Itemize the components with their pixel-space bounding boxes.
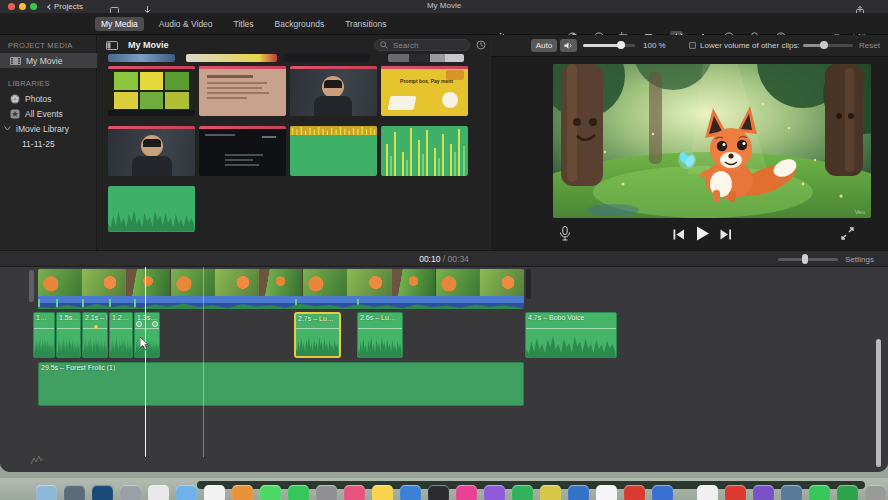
dock-app-icon[interactable] bbox=[596, 485, 617, 500]
video-frame-thumbnail[interactable] bbox=[215, 269, 259, 296]
media-thumbnail-document[interactable] bbox=[199, 66, 286, 116]
video-frame-thumbnail[interactable] bbox=[259, 269, 303, 296]
auto-volume-button[interactable]: Auto bbox=[531, 39, 557, 52]
media-thumbnail-webcam[interactable] bbox=[290, 66, 377, 116]
audio-clip[interactable]: 1.2… bbox=[109, 312, 133, 358]
dock-app-icon[interactable] bbox=[288, 485, 309, 500]
dock-app-icon[interactable] bbox=[232, 485, 253, 500]
timeline-zoom-slider[interactable] bbox=[778, 258, 838, 261]
dock-app-icon[interactable] bbox=[809, 485, 830, 500]
dock-app-icon[interactable] bbox=[92, 485, 113, 500]
tab-audio-video[interactable]: Audio & Video bbox=[153, 17, 219, 31]
sidebar-item-my-movie[interactable]: My Movie bbox=[0, 53, 97, 68]
dock-app-icon[interactable] bbox=[260, 485, 281, 500]
playhead[interactable] bbox=[145, 267, 146, 457]
audio-clip[interactable]: 1.5s… bbox=[56, 312, 81, 358]
fade-handle[interactable] bbox=[136, 321, 142, 327]
dock-app-icon[interactable] bbox=[865, 485, 886, 500]
clip-end-handle[interactable] bbox=[526, 269, 531, 299]
mute-button[interactable] bbox=[560, 39, 577, 52]
play-button[interactable] bbox=[695, 226, 710, 245]
search-input[interactable] bbox=[391, 40, 461, 51]
sidebar-item-all-events[interactable]: All Events bbox=[0, 106, 97, 121]
dock-app-icon[interactable] bbox=[781, 485, 802, 500]
sidebar-toggle-icon[interactable] bbox=[106, 36, 118, 54]
lower-volume-checkbox[interactable] bbox=[689, 42, 696, 49]
lower-volume-knob[interactable] bbox=[820, 41, 828, 49]
dock-app-icon[interactable] bbox=[697, 485, 718, 500]
reset-volume-button[interactable]: Reset bbox=[859, 41, 880, 50]
sidebar-item-photos[interactable]: Photos bbox=[0, 91, 97, 106]
video-frame-thumbnail[interactable] bbox=[126, 269, 170, 296]
dock-app-icon[interactable] bbox=[428, 485, 449, 500]
record-voiceover-icon[interactable] bbox=[559, 226, 571, 245]
volume-keyframe[interactable] bbox=[94, 325, 98, 329]
dock-app-icon[interactable] bbox=[624, 485, 645, 500]
audio-clip[interactable]: 2.6s – Lu… bbox=[357, 312, 403, 358]
volume-slider[interactable] bbox=[583, 44, 635, 47]
dock-app-icon[interactable] bbox=[456, 485, 477, 500]
next-frame-button[interactable] bbox=[720, 226, 732, 244]
dock-app-icon[interactable] bbox=[316, 485, 337, 500]
timeline-scrollbar[interactable] bbox=[876, 339, 881, 467]
music-clip[interactable]: 29.5s – Forest Frolic (1) bbox=[38, 362, 524, 406]
dock-app-icon[interactable] bbox=[400, 485, 421, 500]
preview-video-frame[interactable]: Veo bbox=[553, 64, 871, 218]
fade-handle[interactable] bbox=[152, 321, 158, 327]
video-frame-thumbnail[interactable] bbox=[303, 269, 347, 296]
dock-app-icon[interactable] bbox=[344, 485, 365, 500]
tab-titles[interactable]: Titles bbox=[228, 17, 260, 31]
clip-trim-handle[interactable] bbox=[29, 270, 34, 302]
search-field[interactable] bbox=[374, 39, 470, 51]
clip-appearance-icon[interactable] bbox=[476, 36, 486, 54]
dock-app-icon[interactable] bbox=[176, 485, 197, 500]
media-thumbnail[interactable] bbox=[388, 54, 464, 62]
video-audio-track[interactable] bbox=[38, 296, 524, 309]
video-track[interactable] bbox=[38, 269, 524, 296]
dock-app-icon[interactable] bbox=[148, 485, 169, 500]
dock-app-icon[interactable] bbox=[652, 485, 673, 500]
media-thumbnail[interactable] bbox=[108, 54, 175, 62]
dock-app-icon[interactable] bbox=[568, 485, 589, 500]
audio-clip[interactable]: 1… bbox=[33, 312, 55, 358]
tab-transitions[interactable]: Transitions bbox=[339, 17, 392, 31]
dock-app-icon[interactable] bbox=[512, 485, 533, 500]
tab-backgrounds[interactable]: Backgrounds bbox=[269, 17, 331, 31]
media-thumbnail-audio[interactable] bbox=[108, 186, 195, 232]
video-frame-thumbnail[interactable] bbox=[480, 269, 524, 296]
lower-volume-slider[interactable] bbox=[803, 44, 853, 47]
video-frame-thumbnail[interactable] bbox=[347, 269, 391, 296]
dock-app-icon[interactable] bbox=[725, 485, 746, 500]
timeline-settings-button[interactable]: Settings bbox=[845, 255, 874, 264]
media-thumbnail-webcam[interactable] bbox=[108, 126, 195, 176]
dock-app-icon[interactable] bbox=[64, 485, 85, 500]
volume-slider-knob[interactable] bbox=[617, 41, 625, 49]
timeline-zoom-knob[interactable] bbox=[802, 254, 808, 264]
media-thumbnail-audio[interactable] bbox=[290, 126, 377, 176]
dock-app-icon[interactable] bbox=[540, 485, 561, 500]
video-frame-thumbnail[interactable] bbox=[38, 269, 82, 296]
audio-clip-selected[interactable]: 2.7s – Lu… bbox=[294, 312, 341, 358]
video-frame-thumbnail[interactable] bbox=[171, 269, 215, 296]
video-frame-thumbnail[interactable] bbox=[82, 269, 126, 296]
audio-clip[interactable]: 2.1s – L… bbox=[82, 312, 108, 358]
dock-app-icon[interactable] bbox=[120, 485, 141, 500]
media-thumbnail-screenshot[interactable] bbox=[108, 66, 195, 116]
dock-app-icon[interactable] bbox=[837, 485, 858, 500]
fullscreen-icon[interactable] bbox=[841, 226, 854, 244]
audio-clip[interactable]: 1.3s… bbox=[134, 312, 160, 358]
audio-clip[interactable]: 4.7s – Bobo Voice bbox=[525, 312, 617, 358]
dock-app-icon[interactable] bbox=[753, 485, 774, 500]
previous-frame-button[interactable] bbox=[673, 226, 685, 244]
video-frame-thumbnail[interactable] bbox=[436, 269, 480, 296]
media-thumbnail[interactable] bbox=[186, 54, 277, 62]
dock-app-icon[interactable] bbox=[680, 485, 690, 500]
video-frame-thumbnail[interactable] bbox=[392, 269, 436, 296]
dock-app-icon[interactable] bbox=[372, 485, 393, 500]
dock-app-icon[interactable] bbox=[204, 485, 225, 500]
tab-my-media[interactable]: My Media bbox=[95, 17, 144, 31]
media-thumbnail-code-screen[interactable] bbox=[199, 126, 286, 176]
sidebar-item-event[interactable]: 11-11-25 bbox=[0, 136, 97, 151]
media-thumbnail-slide[interactable]: Prompt box, Pay ment bbox=[381, 66, 468, 116]
dock-app-icon[interactable] bbox=[36, 485, 57, 500]
